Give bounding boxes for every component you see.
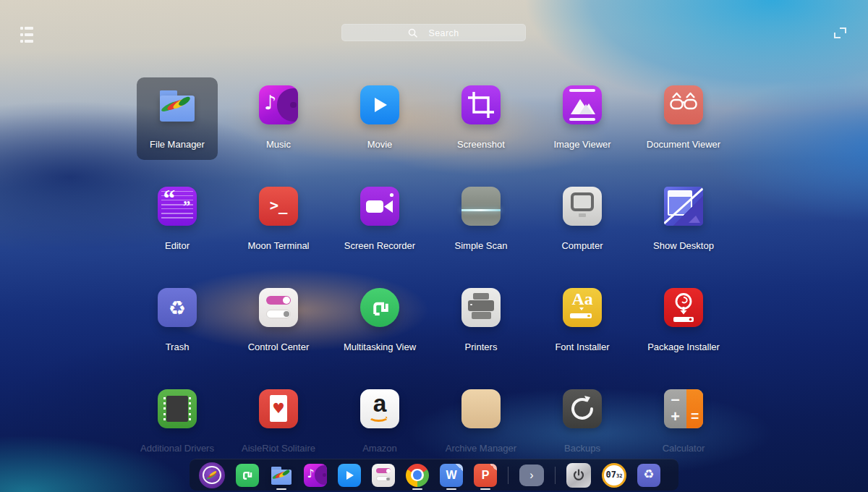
dock-control-center[interactable] bbox=[372, 459, 395, 491]
playing-card: ♥ bbox=[270, 395, 288, 422]
font-installer-icon: Aa bbox=[563, 288, 602, 327]
app-show-desktop[interactable]: Show Desktop bbox=[643, 179, 724, 261]
clock-minutes: 32 bbox=[616, 474, 622, 479]
app-label: Document Viewer bbox=[647, 139, 720, 150]
list-row bbox=[20, 40, 36, 43]
app-label: Package Installer bbox=[647, 342, 720, 352]
crop-icon bbox=[461, 85, 501, 124]
dock-multitasking-view[interactable] bbox=[236, 459, 259, 491]
app-label: Additional Drivers bbox=[140, 443, 214, 454]
terminal-icon: >_ bbox=[259, 187, 298, 226]
start-menu-icon bbox=[199, 462, 225, 488]
page-fold bbox=[456, 464, 463, 471]
running-indicator bbox=[412, 488, 422, 490]
movie-icon bbox=[360, 85, 399, 124]
dock-wps-writer[interactable]: W bbox=[440, 459, 463, 491]
ukui-logo bbox=[366, 294, 394, 322]
app-label: Moon Terminal bbox=[247, 240, 309, 251]
control-center-icon bbox=[372, 464, 395, 487]
file-manager-icon bbox=[270, 464, 293, 487]
play-icon bbox=[375, 98, 387, 112]
chip-pins bbox=[189, 397, 191, 420]
dock-power[interactable] bbox=[566, 459, 591, 491]
app-font-installer[interactable]: Aa Font Installer bbox=[542, 280, 623, 362]
power-icon bbox=[566, 463, 591, 488]
app-control-center[interactable]: Control Center bbox=[238, 280, 319, 362]
app-label: Computer bbox=[561, 240, 603, 251]
list-row bbox=[20, 27, 36, 30]
app-trash[interactable]: ♻ Trash bbox=[137, 280, 218, 362]
recycle-glyph: ♻ bbox=[169, 298, 186, 318]
app-simple-scan[interactable]: Simple Scan bbox=[441, 179, 522, 261]
app-grid: File Manager ♪ Music Movie Screenshot bbox=[137, 77, 724, 464]
app-label: Simple Scan bbox=[455, 240, 508, 251]
dock-movie[interactable] bbox=[338, 459, 361, 491]
app-additional-drivers[interactable]: Additional Drivers bbox=[137, 381, 218, 464]
app-calculator[interactable]: − + = Calculator bbox=[643, 381, 724, 464]
app-document-viewer[interactable]: Document Viewer bbox=[643, 77, 724, 160]
dock-wps-presentation[interactable]: P bbox=[474, 459, 497, 491]
quote-open-glyph: “ bbox=[163, 187, 176, 212]
computer-icon bbox=[563, 187, 602, 226]
wps-writer-icon: W bbox=[440, 464, 463, 487]
chrome-icon bbox=[406, 464, 429, 487]
search-input[interactable] bbox=[342, 25, 537, 42]
search-bar[interactable] bbox=[341, 24, 526, 41]
app-music[interactable]: ♪ Music bbox=[238, 77, 319, 160]
dock-file-manager[interactable] bbox=[270, 459, 293, 491]
document-viewer-icon bbox=[664, 85, 703, 124]
app-editor[interactable]: “ ” Editor bbox=[137, 179, 218, 261]
calculator-icon: − + = bbox=[664, 389, 703, 428]
dock-music[interactable]: ♪ bbox=[304, 459, 327, 491]
dock-clock[interactable]: 07 32 bbox=[602, 459, 626, 491]
equals-glyph: = bbox=[686, 408, 703, 425]
app-label: Font Installer bbox=[555, 342, 609, 352]
app-printers[interactable]: Printers bbox=[441, 280, 522, 362]
app-multitasking-view[interactable]: Multitasking View bbox=[339, 280, 420, 362]
app-label: Amazon bbox=[362, 443, 397, 454]
app-label: Backups bbox=[564, 443, 600, 454]
monitor-base bbox=[579, 213, 586, 216]
fullscreen-toggle-icon[interactable] bbox=[834, 27, 846, 38]
app-image-viewer[interactable]: Image Viewer bbox=[542, 77, 623, 160]
vinyl-disc bbox=[277, 88, 298, 121]
app-moon-terminal[interactable]: >_ Moon Terminal bbox=[238, 179, 319, 261]
app-backups[interactable]: Backups bbox=[542, 381, 623, 464]
app-aisleriot-solitaire[interactable]: ♥ AisleRiot Solitaire bbox=[238, 381, 319, 464]
app-screen-recorder[interactable]: Screen Recorder bbox=[339, 179, 420, 261]
chevron-right-glyph: › bbox=[529, 470, 533, 481]
app-label: AisleRiot Solitaire bbox=[242, 443, 315, 454]
app-package-installer[interactable]: Package Installer bbox=[643, 280, 724, 362]
scan-line bbox=[461, 209, 501, 211]
clock-hours: 07 bbox=[606, 470, 616, 479]
app-amazon[interactable]: a Amazon bbox=[339, 381, 420, 464]
trash-icon: ♻ bbox=[637, 464, 660, 487]
app-screenshot[interactable]: Screenshot bbox=[441, 77, 522, 160]
heart-glyph: ♥ bbox=[272, 400, 284, 417]
desktop-launcher: { "topbar": { "view_toggle": "list-view"… bbox=[0, 0, 868, 492]
dock-trash[interactable]: ♻ bbox=[637, 459, 660, 491]
dock-tray-expand[interactable]: › bbox=[519, 459, 544, 491]
music-note-glyph: ♪ bbox=[307, 467, 314, 480]
restore-arrow-icon bbox=[563, 389, 602, 428]
solitaire-icon: ♥ bbox=[259, 389, 298, 428]
multitasking-view-icon bbox=[360, 288, 399, 327]
chip-shape bbox=[166, 396, 187, 422]
app-file-manager[interactable]: File Manager bbox=[137, 77, 218, 160]
prompt-glyph: >_ bbox=[270, 197, 288, 214]
list-view-toggle-icon[interactable] bbox=[20, 26, 37, 43]
simple-scan-icon bbox=[461, 187, 501, 226]
app-movie[interactable]: Movie bbox=[339, 77, 420, 160]
toggle-off bbox=[266, 310, 292, 318]
glasses-icon bbox=[664, 85, 703, 124]
app-label: Editor bbox=[165, 240, 190, 251]
dock-start-menu[interactable] bbox=[199, 459, 225, 491]
printers-icon bbox=[461, 288, 501, 327]
power-symbol bbox=[571, 468, 586, 483]
quote-close-glyph: ” bbox=[183, 198, 190, 215]
app-archive-manager[interactable]: Archive Manager bbox=[441, 381, 522, 464]
app-computer[interactable]: Computer bbox=[542, 179, 623, 261]
list-row bbox=[20, 33, 36, 36]
dock-chrome[interactable] bbox=[406, 459, 429, 491]
app-label: Music bbox=[266, 139, 291, 150]
